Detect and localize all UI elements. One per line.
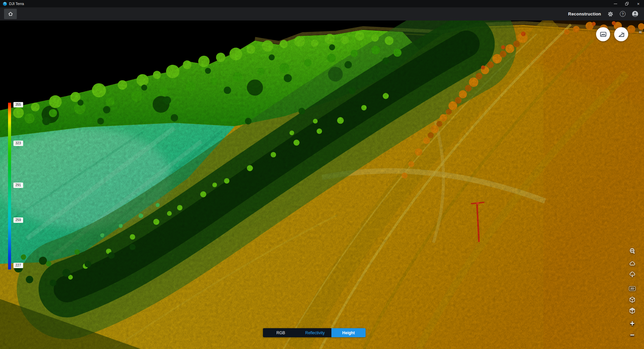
collapse-sidebar-button[interactable]: « [639,29,641,35]
cloud-layer-button[interactable] [628,259,637,268]
cube-view-button[interactable] [628,295,637,304]
reconstruction-menu-item[interactable]: Reconstruction [568,11,601,16]
color-mode-reflectivity-button[interactable]: Reflectivity [299,328,331,337]
basemap-download-button[interactable] [628,246,637,256]
window-controls: × [610,0,644,7]
app-logo-icon [3,2,7,6]
2d-view-button[interactable]: 2D [628,284,637,293]
help-icon: ? [622,12,624,16]
home-button[interactable] [4,9,17,19]
zoom-in-button[interactable]: + [628,319,637,328]
model-layer-button[interactable] [628,306,637,315]
account-button[interactable] [631,10,639,18]
minimize-button[interactable] [610,0,621,7]
viewport: 355 323 291 259 227 « [0,20,644,349]
window-title: DJI Terra [9,2,24,6]
minimize-icon [614,4,617,4]
pointcloud-canvas[interactable] [0,20,644,349]
help-button[interactable]: ? [620,11,626,17]
close-button[interactable]: × [633,0,644,7]
terrain-map-icon [600,31,607,38]
2d-view-icon: 2D [629,286,636,291]
zoom-out-button[interactable]: − [628,330,637,340]
plus-icon: + [630,320,634,328]
restore-icon [625,2,629,5]
color-mode-rgb-button[interactable]: RGB [263,328,299,337]
navbar: Reconstruction ? [0,7,644,20]
titlebar: DJI Terra × [0,0,644,7]
basemap-toggle-button[interactable] [596,27,610,41]
home-icon [8,11,13,17]
cloud-icon [629,260,636,267]
color-mode-toggle: RGB Reflectivity Height [263,328,366,337]
minus-icon: − [630,331,634,339]
navbar-right-group: Reconstruction ? [568,10,644,18]
section-analysis-button[interactable] [614,27,628,41]
color-mode-height-button[interactable]: Height [331,328,366,337]
pointcloud-noise-layer [0,20,644,349]
globe-download-icon [629,248,636,254]
settings-button[interactable] [607,10,614,18]
avatar-icon [632,10,639,17]
cube-outline-icon [629,296,636,303]
cloud-download-button[interactable] [628,270,637,279]
restore-button[interactable] [621,0,633,7]
cloud-arrow-icon [629,271,636,278]
gear-icon [607,11,614,17]
cube-solid-icon [629,307,636,314]
slope-section-icon [618,31,625,38]
